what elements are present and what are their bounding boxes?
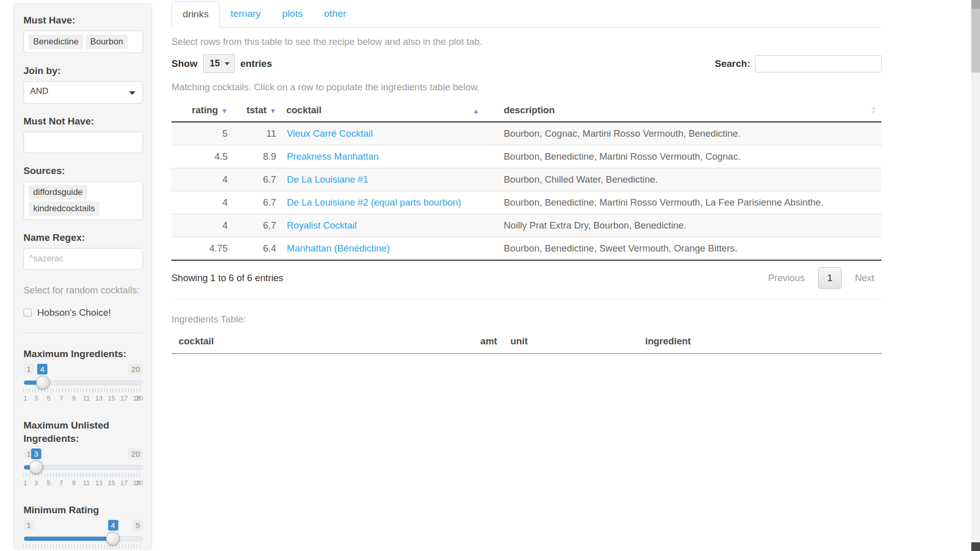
slider-badges: 1203 [23, 448, 143, 462]
section-divider [172, 299, 881, 299]
must-have-tag[interactable]: Bourbon [86, 35, 128, 49]
sources-label: Sources: [23, 165, 142, 177]
ing-column-unit[interactable]: unit [503, 332, 638, 354]
max-ingredients-label: Maximum Ingredients: [23, 347, 142, 361]
must-have-input[interactable]: BenedictineBourbon [23, 31, 143, 53]
pagination: Previous 1 Next [761, 267, 881, 289]
page-length-select[interactable]: 15 [203, 54, 235, 73]
sort-asc-icon: ▲ [473, 107, 479, 115]
hobsons-choice-checkbox[interactable] [23, 309, 32, 317]
tick-label: 17 [120, 394, 128, 402]
hobsons-choice-row[interactable]: Hobson's Choice! [23, 307, 142, 318]
next-page-button[interactable]: Next [848, 267, 881, 289]
sources-input[interactable]: diffordsguide kindredcocktails [23, 181, 143, 220]
tab-drinks[interactable]: drinks [172, 1, 220, 28]
scrollbar-thumb[interactable] [971, 9, 980, 72]
cocktail-cell[interactable]: De La Louisiane #1 [281, 168, 498, 191]
rating-cell: 4.75 [172, 237, 233, 261]
tick-label: 9 [72, 479, 76, 487]
description-cell: Bourbon, Benedictine, Sweet Vermouth, Or… [498, 237, 881, 261]
tab-ternary[interactable]: ternary [220, 1, 272, 28]
hobsons-choice-label: Hobson's Choice! [37, 307, 111, 318]
cocktail-link[interactable]: Preakness Manhattan [287, 151, 379, 162]
ingredients-table-title: Ingredients Table: [172, 314, 881, 325]
cocktail-cell[interactable]: Preakness Manhattan [281, 145, 498, 168]
tstat-cell: 6.7 [233, 168, 281, 191]
column-header-tstat[interactable]: tstat▼ [233, 99, 281, 122]
source-tag[interactable]: kindredcocktails [29, 202, 100, 216]
slider-ticks [23, 473, 143, 477]
slider-value-badge: 3 [31, 448, 41, 459]
vertical-scrollbar[interactable] [971, 0, 980, 551]
column-header-description[interactable]: description ▲▼ [498, 99, 881, 122]
table-row[interactable]: 511Vieux Carré CocktailBourbon, Cognac, … [172, 122, 881, 145]
rating-cell: 4 [172, 191, 233, 214]
table-row[interactable]: 46.7Royalist CocktailNoilly Prat Extra D… [172, 214, 881, 237]
tick-label: 5 [47, 394, 51, 402]
cocktail-cell[interactable]: Royalist Cocktail [281, 214, 498, 237]
tick-label: 7 [59, 479, 63, 487]
table-row[interactable]: 4.756.4Manhattan (Bénédictine)Bourbon, B… [172, 237, 881, 261]
description-cell: Bourbon, Cognac, Martini Rosso Vermouth,… [498, 122, 881, 145]
slider-ticks [23, 544, 143, 548]
slider-handle[interactable] [36, 375, 50, 389]
sort-desc-icon: ▼ [270, 107, 276, 115]
cocktail-cell[interactable]: Vieux Carré Cocktail [281, 122, 498, 145]
ing-column-amt[interactable]: amt [457, 332, 503, 354]
tab-bar: drinks ternary plots other [172, 1, 881, 28]
column-header-cocktail[interactable]: cocktail▲ [281, 99, 498, 122]
tick-label: 13 [95, 479, 103, 487]
table-row[interactable]: 46.7De La Louisiane #1Bourbon, Chilled W… [172, 168, 881, 191]
search-input[interactable] [755, 55, 881, 72]
sort-desc-icon: ▼ [221, 107, 228, 115]
previous-page-button[interactable]: Previous [761, 267, 812, 289]
select-rows-hint: Select rows from this table to see the r… [172, 36, 881, 47]
description-cell: Bourbon, Benedictine, Martini Rosso Verm… [498, 191, 881, 214]
tick-label: 11 [83, 394, 90, 402]
name-regex-input[interactable] [23, 248, 143, 269]
cocktail-link[interactable]: Royalist Cocktail [287, 220, 357, 231]
table-row[interactable]: 4.58.9Preakness ManhattanBourbon, Benedi… [172, 145, 881, 168]
max-ingredients-slider[interactable]: 120413579111315171920 [23, 364, 143, 403]
join-by-select[interactable]: AND [23, 81, 143, 104]
tick-label: 1 [23, 479, 27, 487]
cocktail-cell[interactable]: De La Louisiane #2 (equal parts bourbon) [281, 191, 498, 214]
column-header-rating[interactable]: rating▼ [172, 99, 233, 122]
tab-other[interactable]: other [313, 1, 357, 28]
scroll-down-button[interactable] [971, 542, 980, 551]
scroll-up-button[interactable] [971, 0, 980, 9]
minimum-rating-label: Minimum Rating [23, 504, 142, 517]
must-not-have-input[interactable] [23, 132, 143, 153]
cocktail-cell[interactable]: Manhattan (Bénédictine) [281, 237, 498, 261]
matching-cocktails-hint: Matching cocktails. Click on a row to po… [172, 82, 881, 93]
slider-track[interactable] [23, 380, 143, 385]
cocktail-link[interactable]: De La Louisiane #1 [287, 174, 368, 185]
slider-handle[interactable] [106, 532, 120, 545]
page-1-button[interactable]: 1 [818, 267, 842, 289]
tstat-cell: 6.4 [233, 237, 281, 261]
slider-track[interactable] [23, 536, 143, 541]
slider-fill [24, 537, 113, 541]
ing-column-ingredient[interactable]: ingredient [638, 332, 881, 354]
slider-track[interactable] [23, 465, 143, 470]
must-not-have-label: Must Not Have: [23, 116, 142, 127]
must-have-label: Must Have: [23, 15, 142, 26]
tick-label: 11 [83, 479, 90, 487]
must-have-tag[interactable]: Benedictine [29, 35, 83, 49]
max-unlisted-ingredients-slider[interactable]: 120313579111315171920 [23, 448, 143, 487]
ingredients-table: cocktail amt unit ingredient [172, 332, 881, 354]
tstat-cell: 11 [233, 122, 281, 145]
cocktail-link[interactable]: Vieux Carré Cocktail [287, 128, 373, 139]
description-cell: Bourbon, Benedictine, Martini Rosso Verm… [498, 145, 881, 168]
cocktail-link[interactable]: De La Louisiane #2 (equal parts bourbon) [287, 197, 461, 208]
table-row[interactable]: 46.7De La Louisiane #2 (equal parts bour… [172, 191, 881, 214]
slider-max-label: 20 [128, 448, 143, 459]
tab-plots[interactable]: plots [272, 1, 313, 28]
tick-label: 9 [72, 394, 76, 402]
rating-cell: 5 [172, 122, 233, 145]
cocktail-link[interactable]: Manhattan (Bénédictine) [287, 243, 390, 254]
ing-column-cocktail[interactable]: cocktail [172, 332, 457, 354]
source-tag[interactable]: diffordsguide [29, 185, 87, 199]
minimum-rating-slider[interactable]: 15411.522.533.544.55 [23, 520, 143, 551]
slider-handle[interactable] [30, 460, 43, 474]
